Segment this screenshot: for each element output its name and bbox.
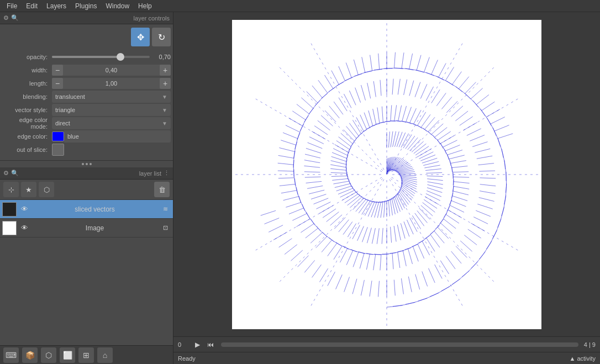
layer-list-menu-icon[interactable]: ⋮ bbox=[164, 170, 170, 177]
menu-edit[interactable]: Edit bbox=[22, 1, 42, 11]
layer-controls-title: layer controls bbox=[21, 15, 170, 22]
opacity-slider-thumb[interactable] bbox=[117, 53, 124, 61]
blending-arrow-icon: ▼ bbox=[162, 94, 167, 100]
opacity-slider-track[interactable] bbox=[52, 56, 150, 58]
main-area: ⚙ 🔍 layer controls ✥ ↻ opacity: 0,70 bbox=[0, 12, 600, 364]
width-value: 0,40 bbox=[63, 67, 160, 73]
opacity-label: opacity: bbox=[2, 54, 52, 60]
length-value: 1,00 bbox=[63, 80, 160, 87]
frame-number: 0 bbox=[178, 341, 189, 348]
edge-color-swatch[interactable] bbox=[52, 131, 64, 141]
bottom-toolbar: ⌨ 📦 ⬡ ⬜ ⊞ ⌂ bbox=[0, 345, 173, 364]
layer-name-sliced-vectors: sliced vectors bbox=[32, 205, 157, 213]
canvas-area: 0 ▶ ⏮ 4 | 9 Ready ▲ activity bbox=[173, 12, 600, 364]
layer-controls-panel: ✥ ↻ opacity: 0,70 width: − bbox=[0, 24, 173, 161]
layer-list-search-icon: 🔍 bbox=[11, 170, 19, 177]
menu-file[interactable]: File bbox=[2, 1, 22, 11]
left-panel: ⚙ 🔍 layer controls ✥ ↻ opacity: 0,70 bbox=[0, 12, 173, 364]
out-of-slice-checkbox[interactable] bbox=[52, 144, 64, 156]
timeline-bar[interactable] bbox=[221, 342, 578, 347]
blending-row: blending: translucent ▼ bbox=[2, 91, 171, 103]
status-text: Ready bbox=[178, 355, 196, 362]
layer-eye-icon-image[interactable]: 👁 bbox=[19, 223, 30, 234]
width-increase-btn[interactable]: + bbox=[160, 65, 171, 76]
edge-color-mode-dropdown[interactable]: direct ▼ bbox=[52, 117, 171, 129]
stop-btn[interactable]: ⏮ bbox=[206, 340, 215, 350]
menu-layers[interactable]: Layers bbox=[42, 1, 71, 11]
edge-color-mode-row: edge color mode: direct ▼ bbox=[2, 117, 171, 129]
opacity-row: opacity: 0,70 bbox=[2, 51, 171, 63]
layer-name-image: Image bbox=[32, 224, 157, 232]
length-control: − 1,00 + bbox=[52, 78, 171, 89]
opacity-control: 0,70 bbox=[52, 54, 171, 60]
package-btn[interactable]: 📦 bbox=[22, 347, 38, 363]
layer-item-sliced-vectors[interactable]: 👁 sliced vectors ≋ bbox=[0, 200, 173, 219]
edge-color-control: blue bbox=[52, 130, 171, 143]
layer-list-header: ⚙ 🔍 layer list ⋮ bbox=[0, 167, 173, 180]
length-label: length: bbox=[2, 80, 52, 87]
hex-btn[interactable]: ⬡ bbox=[41, 347, 56, 363]
vector-style-value: triangle bbox=[55, 107, 75, 113]
width-control: − 0,40 + bbox=[52, 65, 171, 76]
menu-window[interactable]: Window bbox=[101, 1, 134, 11]
spiral-visualization bbox=[232, 20, 541, 329]
edge-color-label: edge color: bbox=[2, 133, 52, 140]
rotate-tool-btn[interactable]: ↻ bbox=[152, 28, 171, 46]
length-row: length: − 1,00 + bbox=[2, 77, 171, 89]
layer-list-settings-icon: ⚙ bbox=[3, 170, 9, 177]
layer-thumb-sliced-vectors bbox=[2, 202, 17, 217]
width-label: width: bbox=[2, 67, 52, 73]
vector-style-arrow-icon: ▼ bbox=[162, 107, 167, 113]
vector-style-label: vector style: bbox=[2, 107, 52, 113]
length-increase-btn[interactable]: + bbox=[160, 78, 171, 89]
blending-dropdown[interactable]: translucent ▼ bbox=[52, 91, 171, 103]
vector-style-row: vector style: triangle ▼ bbox=[2, 104, 171, 116]
blending-label: blending: bbox=[2, 93, 52, 100]
page-info: 4 | 9 bbox=[584, 341, 596, 348]
dot-3 bbox=[90, 163, 92, 165]
square-btn[interactable]: ⬜ bbox=[60, 347, 75, 363]
edge-color-mode-value: direct bbox=[55, 120, 70, 126]
menu-help[interactable]: Help bbox=[134, 1, 156, 11]
menu-plugins[interactable]: Plugins bbox=[71, 1, 101, 11]
play-btn[interactable]: ▶ bbox=[192, 340, 202, 350]
width-row: width: − 0,40 + bbox=[2, 64, 171, 76]
home-btn[interactable]: ⌂ bbox=[97, 347, 113, 363]
edge-color-name: blue bbox=[64, 130, 171, 143]
layer-tag-btn[interactable]: ⬡ bbox=[39, 182, 54, 197]
tool-row: ✥ ↻ bbox=[2, 28, 171, 46]
layer-tools: ⊹ ★ ⬡ 🗑 bbox=[0, 180, 173, 200]
edge-color-mode-arrow-icon: ▼ bbox=[162, 120, 167, 126]
layer-type-icon-sliced-vectors: ≋ bbox=[160, 204, 171, 215]
opacity-slider-fill bbox=[52, 56, 120, 58]
length-decrease-btn[interactable]: − bbox=[52, 78, 63, 89]
menubar: File Edit Layers Plugins Window Help bbox=[0, 0, 600, 12]
settings-icon: ⚙ bbox=[3, 14, 9, 22]
layer-eye-icon-sliced-vectors[interactable]: 👁 bbox=[19, 204, 30, 215]
blending-value: translucent bbox=[55, 93, 85, 100]
dot-2 bbox=[86, 163, 88, 165]
status-bar: Ready ▲ activity bbox=[173, 352, 600, 364]
canvas-container[interactable] bbox=[173, 12, 600, 336]
console-btn[interactable]: ⌨ bbox=[3, 347, 19, 363]
layer-thumb-image bbox=[2, 221, 17, 235]
move-tool-btn[interactable]: ✥ bbox=[131, 28, 150, 46]
width-decrease-btn[interactable]: − bbox=[52, 65, 63, 76]
layer-star-btn[interactable]: ★ bbox=[21, 182, 36, 197]
layer-type-icon-image: ⊡ bbox=[160, 223, 171, 234]
layer-item-image[interactable]: 👁 Image ⊡ bbox=[0, 219, 173, 238]
dot-1 bbox=[82, 163, 84, 165]
out-of-slice-row: out of slice: bbox=[2, 144, 171, 156]
canvas-view bbox=[232, 20, 541, 329]
opacity-value: 0,70 bbox=[152, 54, 171, 60]
dots-row bbox=[0, 161, 173, 167]
activity-text: ▲ activity bbox=[569, 355, 596, 362]
layer-list: 👁 sliced vectors ≋ 👁 Image ⊡ bbox=[0, 200, 173, 345]
out-of-slice-label: out of slice: bbox=[2, 146, 52, 153]
vector-style-dropdown[interactable]: triangle ▼ bbox=[52, 104, 171, 116]
grid-btn[interactable]: ⊞ bbox=[78, 347, 94, 363]
edge-color-row: edge color: blue bbox=[2, 130, 171, 143]
layer-delete-btn[interactable]: 🗑 bbox=[154, 182, 170, 197]
layer-select-btn[interactable]: ⊹ bbox=[3, 182, 19, 197]
search-icon: 🔍 bbox=[11, 14, 19, 22]
